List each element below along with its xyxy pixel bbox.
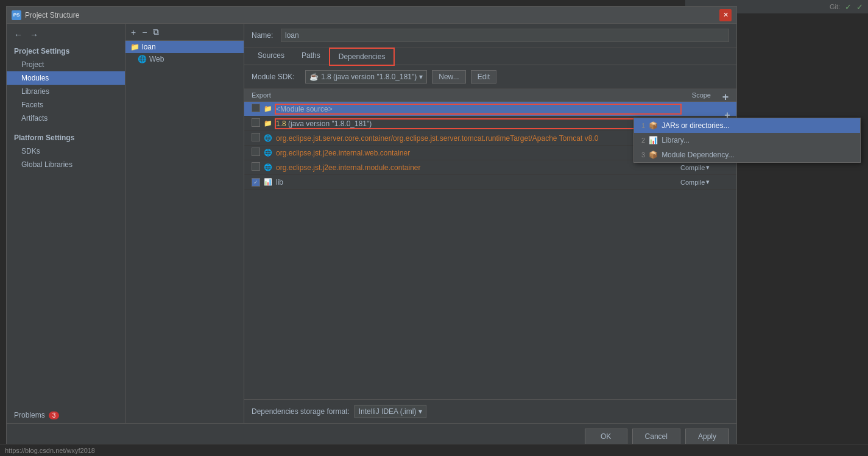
dialog-titlebar: PS Project Structure ✕ [7, 7, 736, 24]
project-settings-header: Project Settings [7, 43, 125, 58]
status-url: https://blog.csdn.net/wxyf2018 [5, 447, 95, 454]
tree-item-web-label: Web [149, 55, 164, 63]
popup-item-2-num: 2 [641, 137, 645, 144]
dialog-body: ← → Project Settings Project Modules Lib… [7, 24, 736, 423]
dep-row-module-source[interactable]: 📁 <Module source> [244, 102, 736, 116]
git-check2-icon: ✓ [856, 2, 863, 12]
nav-arrows: ← → [7, 26, 125, 43]
status-bar: https://blog.csdn.net/wxyf2018 [0, 444, 868, 456]
popup-item-module-dep[interactable]: 3 📦 Module Dependency... [634, 148, 860, 162]
tab-paths[interactable]: Paths [293, 48, 329, 65]
dep-icon-lib: 📊 [264, 178, 276, 186]
popup-item-1-icon: 📦 [649, 121, 658, 130]
sdk-edit-button[interactable]: Edit [471, 70, 497, 84]
tree-item-web-icon: 🌐 [138, 55, 147, 63]
dep-name-module-container: org.eclipse.jst.j2ee.internal.module.con… [276, 163, 680, 172]
sdk-icon: ☕ [309, 73, 319, 81]
dep-name-web-container: org.eclipse.jst.j2ee.internal.web.contai… [276, 149, 680, 157]
name-input[interactable] [281, 29, 729, 42]
ok-button[interactable]: OK [585, 429, 627, 444]
bottom-bar: Dependencies storage format: IntelliJ ID… [244, 399, 736, 423]
storage-format-dropdown[interactable]: IntelliJ IDEA (.iml) ▾ [355, 405, 427, 418]
dep-name-tomcat: org.eclipse.jst.server.core.container/or… [276, 134, 680, 143]
dep-checkbox-module-source[interactable] [252, 104, 264, 114]
dep-icon-module-source: 📁 [264, 105, 276, 113]
platform-settings-header: Platform Settings [7, 130, 125, 144]
tree-item-web[interactable]: 🌐 Web [125, 53, 244, 65]
dep-icon-web-container: 🌐 [264, 149, 276, 157]
dep-checkbox-sdk[interactable] [252, 118, 264, 129]
tab-sources[interactable]: Sources [249, 48, 293, 65]
popup-item-3-num: 3 [641, 151, 645, 159]
copy-module-button[interactable]: ⧉ [151, 26, 161, 38]
storage-label: Dependencies storage format: [252, 407, 350, 416]
sidebar-item-artifacts[interactable]: Artifacts [7, 112, 125, 125]
dep-checkbox-tomcat[interactable] [252, 133, 264, 143]
col-export-header: Export [252, 91, 282, 99]
sdk-label: Module SDK: [252, 73, 300, 81]
sidebar-item-project[interactable]: Project [7, 58, 125, 71]
storage-value: IntelliJ IDEA (.iml) [359, 407, 417, 416]
name-row: Name: [244, 24, 736, 48]
dep-row-lib[interactable]: ✓ 📊 lib Compile ▾ [244, 175, 736, 190]
popup-item-library[interactable]: 2 📊 Library... [634, 133, 860, 148]
sdk-select-dropdown[interactable]: ☕ 1.8 (java version "1.8.0_181") ▾ [305, 70, 427, 84]
cancel-button[interactable]: Cancel [632, 429, 680, 444]
add-dependency-popup: 1 📦 JARs or directories... 2 📊 Library..… [633, 118, 861, 163]
forward-button[interactable]: → [27, 29, 41, 41]
dep-checkbox-module-container[interactable] [252, 162, 264, 173]
tree-item-loan[interactable]: 📁 loan [125, 41, 244, 53]
sidebar-item-sdks[interactable]: SDKs [7, 144, 125, 158]
tree-item-loan-icon: 📁 [130, 43, 139, 51]
problems-badge: 3 [49, 411, 60, 419]
dep-name-sdk: 1.8 (java version "1.8.0_181") [276, 119, 680, 128]
main-content: Name: Sources Paths Dependencies Module … [244, 24, 736, 423]
apply-button[interactable]: Apply [685, 429, 729, 444]
popup-item-jars[interactable]: 1 📦 JARs or directories... [634, 118, 860, 133]
popup-item-2-icon: 📊 [649, 136, 658, 144]
remove-module-button[interactable]: − [140, 27, 149, 38]
dep-checkbox-web-container[interactable] [252, 148, 264, 158]
deps-table-header: Export Scope + [244, 89, 736, 102]
add-dependency-button[interactable]: + [717, 90, 734, 104]
sidebar-item-modules[interactable]: Modules [7, 71, 125, 85]
dep-icon-tomcat: 🌐 [264, 134, 276, 142]
popup-item-3-label: Module Dependency... [662, 151, 734, 159]
tab-dependencies[interactable]: Dependencies [329, 48, 395, 66]
sidebar-item-libraries[interactable]: Libraries [7, 85, 125, 98]
sidebar: ← → Project Settings Project Modules Lib… [7, 24, 125, 423]
popup-item-3-icon: 📦 [649, 151, 658, 159]
name-label: Name: [252, 31, 276, 40]
dep-scope-module-container[interactable]: Compile ▾ [680, 163, 729, 171]
dialog-close-button[interactable]: ✕ [719, 9, 732, 21]
tree-item-loan-label: loan [142, 43, 156, 51]
sdk-dropdown-arrow: ▾ [419, 73, 423, 81]
git-check-icon: ✓ [845, 2, 852, 12]
sidebar-item-global-libraries[interactable]: Global Libraries [7, 158, 125, 171]
add-module-button[interactable]: + [129, 27, 138, 38]
dep-name-lib: lib [276, 178, 680, 187]
dep-checkbox-lib[interactable]: ✓ [252, 177, 264, 187]
project-structure-dialog: PS Project Structure ✕ ← → Project Setti… [6, 6, 737, 450]
storage-dropdown-arrow: ▾ [418, 407, 422, 416]
dep-icon-sdk: 📁 [264, 119, 276, 127]
back-button[interactable]: ← [12, 29, 25, 41]
sdk-row: Module SDK: ☕ 1.8 (java version "1.8.0_1… [244, 65, 736, 89]
problems-label: Problems [14, 411, 45, 419]
dialog-title-text: Project Structure [25, 11, 79, 20]
popup-item-1-num: 1 [641, 122, 645, 129]
module-tree: + − ⧉ 📁 loan 🌐 Web [125, 24, 244, 423]
module-tree-toolbar: + − ⧉ [125, 24, 244, 41]
dep-name-module-source: <Module source> [276, 105, 680, 113]
dialog-title-icon: PS [12, 10, 21, 20]
dep-icon-module-container: 🌐 [264, 163, 276, 171]
popup-item-1-label: JARs or directories... [662, 121, 729, 130]
problems-item[interactable]: Problems 3 [7, 407, 125, 423]
sdk-new-button[interactable]: New... [432, 70, 465, 84]
dep-scope-lib[interactable]: Compile ▾ [680, 178, 729, 186]
popup-item-2-label: Library... [662, 136, 690, 144]
sdk-value: 1.8 (java version "1.8.0_181") [321, 73, 417, 81]
git-label: Git: [830, 3, 840, 10]
sidebar-item-facets[interactable]: Facets [7, 98, 125, 112]
tabs-row: Sources Paths Dependencies [244, 48, 736, 65]
